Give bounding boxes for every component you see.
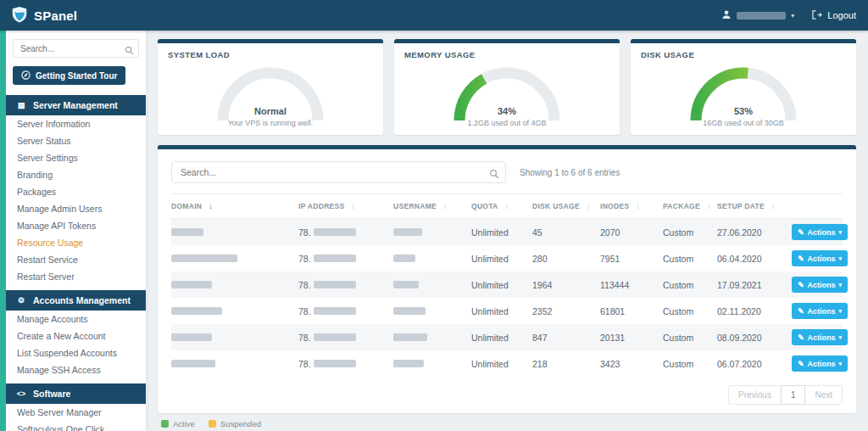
getting-started-tour-button[interactable]: Getting Started Tour bbox=[13, 66, 125, 85]
column-header-package[interactable]: PACKAGE↕ bbox=[663, 202, 717, 210]
sidebar-search-input[interactable] bbox=[13, 39, 139, 58]
sidebar-item-server-status[interactable]: Server Status bbox=[6, 132, 146, 149]
column-header-inodes[interactable]: INODES↕ bbox=[600, 202, 663, 210]
column-header-disk-usage[interactable]: DISK USAGE↕ bbox=[532, 202, 600, 210]
sidebar-item-restart-service[interactable]: Restart Service bbox=[6, 251, 146, 268]
cell-username bbox=[393, 333, 471, 341]
sidebar-item-server-settings[interactable]: Server Settings bbox=[6, 149, 146, 166]
column-label: INODES bbox=[600, 202, 629, 210]
sort-icon: ↕ bbox=[443, 202, 448, 210]
showing-entries-text: Showing 1 to 6 of 6 entries bbox=[520, 168, 620, 177]
sidebar-item-list-suspended-accounts[interactable]: List Suspended Accounts bbox=[6, 344, 146, 361]
gauge: 34% 1.2GB used out of 4GB bbox=[439, 56, 575, 131]
cell-domain bbox=[171, 228, 298, 236]
cell-inodes: 3423 bbox=[600, 359, 663, 369]
sidebar-item-manage-accounts[interactable]: Manage Accounts bbox=[6, 311, 146, 327]
user-menu[interactable]: ▾ bbox=[721, 9, 794, 21]
column-header-quota[interactable]: QUOTA↕ bbox=[471, 202, 532, 210]
cell-username bbox=[393, 307, 471, 315]
redacted-domain bbox=[171, 333, 212, 341]
redacted-domain bbox=[171, 360, 215, 367]
actions-button[interactable]: ✎Actions▾ bbox=[792, 277, 848, 293]
sidebar-section-header[interactable]: ▤ Server Management bbox=[6, 95, 146, 115]
cell-package: Custom bbox=[663, 306, 717, 316]
sidebar-item-packages[interactable]: Packages bbox=[6, 183, 146, 200]
legend-active: Active bbox=[161, 419, 195, 428]
table-toolbar: Showing 1 to 6 of 6 entries bbox=[171, 161, 843, 183]
search-icon bbox=[489, 167, 499, 182]
logout-button[interactable]: Logout bbox=[811, 10, 856, 21]
suspended-color-swatch bbox=[209, 420, 216, 428]
active-color-swatch bbox=[161, 420, 169, 428]
sidebar-item-restart-server[interactable]: Restart Server bbox=[6, 268, 146, 285]
edit-icon: ✎ bbox=[798, 333, 804, 342]
table-row: 78. Unlimited 847 20131 Custom 08.09.202… bbox=[171, 324, 843, 350]
actions-button[interactable]: ✎Actions▾ bbox=[792, 329, 848, 345]
sidebar-section-header[interactable]: <> Software bbox=[6, 383, 146, 404]
sidebar-item-manage-ssh-access[interactable]: Manage SSH Access bbox=[6, 361, 146, 378]
column-label: QUOTA bbox=[471, 202, 498, 210]
column-header-domain[interactable]: DOMAIN↓ bbox=[171, 202, 298, 210]
cell-setup-date: 02.11.2020 bbox=[717, 306, 792, 316]
cell-inodes: 20131 bbox=[600, 333, 663, 343]
gauge-sublabel: 1.2GB used out of 4GB bbox=[439, 119, 575, 127]
search-icon bbox=[125, 43, 134, 59]
sidebar-item-manage-api-tokens[interactable]: Manage API Tokens bbox=[6, 217, 146, 234]
table-row: 78. Unlimited 45 2070 Custom 27.06.2020 … bbox=[171, 219, 843, 245]
chevron-down-icon: ▾ bbox=[839, 282, 843, 288]
cell-domain bbox=[171, 333, 298, 341]
sidebar-item-branding[interactable]: Branding bbox=[6, 166, 146, 183]
cell-disk-usage: 847 bbox=[532, 333, 600, 343]
sidebar-item-server-information[interactable]: Server Information bbox=[6, 115, 146, 132]
redacted-ip bbox=[314, 228, 356, 236]
cell-quota: Unlimited bbox=[471, 280, 532, 290]
sidebar-item-softaculous-one-click-installer[interactable]: Softaculous One Click Installer bbox=[6, 421, 146, 431]
compass-icon bbox=[21, 70, 31, 81]
column-header-ip-address[interactable]: IP ADDRESS↕ bbox=[298, 202, 393, 210]
cell-quota: Unlimited bbox=[471, 333, 532, 343]
code-icon: <> bbox=[16, 389, 26, 398]
cell-actions: ✎Actions▾ bbox=[792, 329, 848, 345]
cell-setup-date: 27.06.2020 bbox=[717, 227, 792, 238]
actions-button[interactable]: ✎Actions▾ bbox=[792, 250, 848, 266]
redacted-ip bbox=[314, 255, 356, 262]
spanel-shield-logo-icon bbox=[12, 6, 27, 25]
column-header-setup-date[interactable]: SETUP DATE↕ bbox=[717, 202, 792, 210]
cell-package: Custom bbox=[663, 254, 717, 264]
cell-setup-date: 08.09.2020 bbox=[717, 333, 792, 343]
cell-username bbox=[393, 281, 471, 288]
actions-button[interactable]: ✎Actions▾ bbox=[792, 355, 848, 372]
status-legend: Active Suspended bbox=[161, 419, 856, 428]
column-label: SETUP DATE bbox=[717, 202, 765, 210]
topbar: SPanel ▾ Logout bbox=[0, 0, 868, 31]
cell-domain bbox=[171, 307, 298, 315]
cell-ip-address: 78. bbox=[298, 359, 393, 369]
gauge-card: MEMORY USAGE 34% 1.2GB used out of 4GB bbox=[394, 39, 620, 135]
gauge-card: DISK USAGE 53% 16GB used out of 30GB bbox=[631, 39, 856, 135]
legend-suspended-label: Suspended bbox=[220, 419, 261, 428]
actions-button[interactable]: ✎Actions▾ bbox=[792, 224, 848, 240]
cell-username bbox=[393, 360, 471, 367]
table-search-input[interactable] bbox=[171, 161, 506, 183]
cell-username bbox=[393, 255, 471, 262]
table-row: 78. Unlimited 2352 61801 Custom 02.11.20… bbox=[171, 298, 843, 324]
logout-label: Logout bbox=[827, 10, 856, 20]
pagination-next[interactable]: Next bbox=[804, 385, 843, 405]
pagination-page-1[interactable]: 1 bbox=[781, 385, 806, 405]
cell-ip-address: 78. bbox=[298, 333, 393, 343]
sidebar-section-header[interactable]: ⚙ Accounts Management bbox=[6, 290, 146, 311]
sidebar-item-resource-usage[interactable]: Resource Usage bbox=[6, 234, 146, 251]
cell-package: Custom bbox=[663, 333, 717, 343]
edit-icon: ✎ bbox=[798, 307, 804, 316]
sort-icon: ↕ bbox=[636, 202, 640, 210]
sidebar-item-manage-admin-users[interactable]: Manage Admin Users bbox=[6, 200, 146, 217]
redacted-username bbox=[393, 281, 419, 288]
redacted-username bbox=[393, 333, 427, 341]
sidebar-item-create-a-new-account[interactable]: Create a New Account bbox=[6, 327, 146, 344]
column-header-username[interactable]: USERNAME↕ bbox=[393, 202, 471, 210]
actions-button[interactable]: ✎Actions▾ bbox=[792, 303, 848, 319]
sidebar-item-web-server-manager[interactable]: Web Server Manager bbox=[6, 404, 146, 421]
pagination-previous[interactable]: Previous bbox=[728, 385, 782, 405]
redacted-domain bbox=[171, 255, 237, 262]
section-label: Accounts Management bbox=[33, 295, 131, 305]
